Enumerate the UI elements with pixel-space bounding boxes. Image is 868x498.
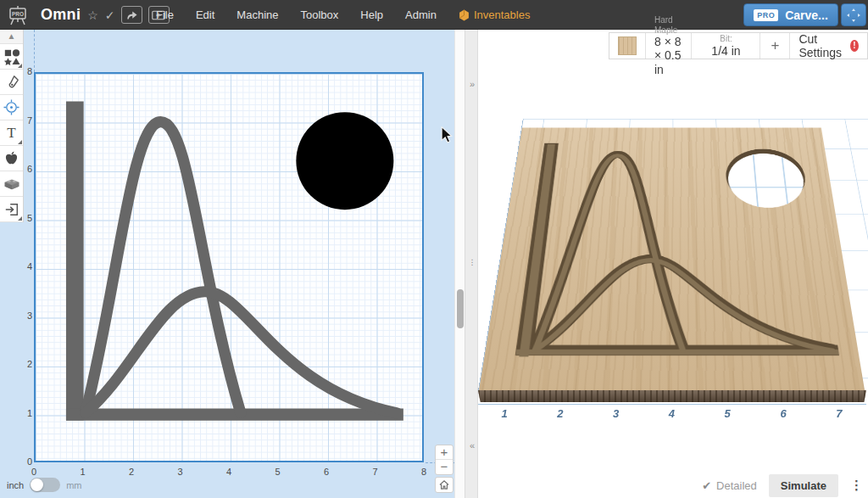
top-bar: PRO Omni ☆ ✓ FileEditMachineToolboxHelpA… bbox=[0, 0, 868, 30]
pen-nib-icon bbox=[4, 75, 19, 90]
unit-mm-label: mm bbox=[66, 480, 81, 490]
material-board bbox=[479, 127, 865, 390]
material-dimensions: 8 × 8 × 0.5 in bbox=[654, 35, 682, 76]
expand-right-button[interactable]: » bbox=[465, 79, 479, 89]
bit-value: 1/4 in bbox=[711, 44, 740, 58]
ruler-label: 0 bbox=[31, 467, 36, 477]
zoom-controls: + − bbox=[435, 445, 453, 475]
canvas-scrollbar[interactable] bbox=[454, 30, 465, 498]
ruler-label: 0 bbox=[25, 456, 32, 467]
menu-admin[interactable]: Admin bbox=[405, 8, 437, 21]
carve-button[interactable]: PRO Carve... bbox=[743, 3, 838, 26]
ruler-label: 6 bbox=[324, 467, 329, 477]
ruler-label: 5 bbox=[25, 213, 32, 223]
bed-axis-label: 6 bbox=[780, 407, 786, 420]
home-view-button[interactable] bbox=[435, 477, 453, 493]
crosshair-icon bbox=[3, 99, 19, 115]
material-swatch[interactable] bbox=[618, 36, 637, 55]
easel-pro-logo-icon[interactable]: PRO bbox=[7, 0, 29, 30]
favorite-star-icon[interactable]: ☆ bbox=[87, 8, 98, 22]
zoom-out-button[interactable]: − bbox=[436, 460, 453, 474]
canvas-scrollbar-thumb[interactable] bbox=[457, 289, 464, 328]
ruler-label: 2 bbox=[25, 359, 32, 369]
expand-left-button[interactable]: « bbox=[465, 440, 479, 450]
bed-axis-label: 4 bbox=[669, 407, 675, 420]
design-wide-curve[interactable] bbox=[86, 292, 397, 413]
bed-axis-label: 2 bbox=[557, 407, 563, 420]
svg-text:PRO: PRO bbox=[12, 10, 24, 16]
ruler-label: 5 bbox=[275, 467, 280, 477]
apple-icon bbox=[3, 150, 19, 166]
bit-section[interactable]: Bit: 1/4 in bbox=[692, 33, 760, 59]
share-button[interactable] bbox=[121, 6, 142, 24]
bed-axis-label: 5 bbox=[725, 407, 731, 420]
brick-icon bbox=[3, 176, 20, 191]
menu-help[interactable]: Help bbox=[360, 8, 383, 21]
detailed-toggle[interactable]: ✔ Detailed bbox=[702, 479, 757, 492]
menu-toolbox[interactable]: Toolbox bbox=[301, 8, 339, 21]
design-circle[interactable] bbox=[296, 112, 393, 210]
shapes-tool-button[interactable] bbox=[0, 44, 23, 70]
unit-inch-label: inch bbox=[7, 480, 24, 490]
preview-3d-scene bbox=[478, 30, 868, 498]
cut-settings-card: Hard Maple 8 × 8 × 0.5 in Bit: 1/4 in + … bbox=[609, 32, 868, 59]
ruler-label: 7 bbox=[372, 467, 377, 477]
kebab-menu-button[interactable]: ⋮ bbox=[850, 483, 863, 488]
splitter-drag-handle-icon[interactable]: ⋮ bbox=[465, 260, 479, 264]
import-icon bbox=[4, 202, 19, 217]
through-hole bbox=[721, 148, 815, 211]
jog-arrows-button[interactable] bbox=[841, 3, 866, 26]
import-tool-button[interactable] bbox=[0, 197, 23, 222]
shapes-icon bbox=[3, 48, 20, 65]
ruler-label: 6 bbox=[25, 164, 32, 174]
simulate-bar: ✔ Detailed Simulate ⋮ bbox=[702, 473, 868, 498]
menu-edit[interactable]: Edit bbox=[196, 8, 214, 21]
pen-tool-button[interactable] bbox=[0, 70, 23, 95]
cut-settings-button[interactable]: Cut Settings ! bbox=[790, 33, 867, 59]
ruler-label: 1 bbox=[25, 408, 32, 418]
bed-axis-label: 1 bbox=[501, 407, 507, 420]
material-name: Hard Maple bbox=[654, 15, 682, 35]
text-tool-button[interactable]: T bbox=[0, 120, 23, 146]
material-tool-button[interactable] bbox=[0, 171, 23, 197]
ruler-label: 1 bbox=[80, 467, 85, 477]
ruler-label: 8 bbox=[421, 467, 426, 477]
easel-app: PRO Omni ☆ ✓ FileEditMachineToolboxHelpA… bbox=[0, 0, 868, 498]
home-icon bbox=[439, 480, 449, 490]
bit-label: Bit: bbox=[720, 34, 732, 44]
collapse-toolbar-button[interactable]: ▲ bbox=[0, 30, 23, 44]
ruler-label: 3 bbox=[177, 467, 182, 477]
bed-axis-label: 3 bbox=[613, 407, 619, 420]
preview-3d-panel[interactable]: 1234567 bbox=[478, 30, 868, 498]
menu-inventables[interactable]: Inventables bbox=[459, 8, 531, 21]
design-canvas[interactable]: 876543210 012345678 inch mm + − bbox=[0, 30, 454, 498]
four-arrows-icon bbox=[846, 8, 861, 23]
unit-switch-knob[interactable] bbox=[31, 478, 43, 491]
tool-palette: ▲ T bbox=[0, 30, 24, 222]
check-icon: ✔ bbox=[702, 479, 711, 492]
unit-switch[interactable] bbox=[30, 478, 60, 492]
simulate-button[interactable]: Simulate bbox=[769, 474, 838, 497]
menu-bar: FileEditMachineToolboxHelpAdminInventabl… bbox=[156, 0, 530, 30]
menu-machine[interactable]: Machine bbox=[236, 8, 278, 21]
unit-toggle: inch mm bbox=[7, 478, 82, 492]
design-tall-curve[interactable] bbox=[86, 122, 241, 413]
ruler-label: 4 bbox=[25, 261, 32, 271]
design-artwork bbox=[34, 72, 424, 462]
material-section[interactable] bbox=[609, 33, 646, 59]
grid-edge-guide-vertical bbox=[34, 30, 35, 72]
material-info[interactable]: Hard Maple 8 × 8 × 0.5 in bbox=[646, 33, 692, 59]
text-tool-icon: T bbox=[7, 125, 15, 142]
panel-splitter[interactable]: » ⋮ « bbox=[465, 30, 478, 498]
pro-badge: PRO bbox=[754, 9, 778, 21]
project-title[interactable]: Omni bbox=[41, 6, 81, 24]
ruler-label: 7 bbox=[25, 115, 32, 126]
menu-file[interactable]: File bbox=[156, 8, 174, 21]
zoom-in-button[interactable]: + bbox=[436, 445, 453, 460]
mouse-cursor bbox=[441, 126, 453, 143]
saved-check-icon: ✓ bbox=[105, 8, 115, 22]
icon-library-button[interactable] bbox=[0, 146, 23, 171]
add-bit-button[interactable]: + bbox=[760, 33, 790, 59]
hexagon-logo-icon bbox=[459, 9, 470, 21]
drill-origin-tool-button[interactable] bbox=[0, 95, 23, 120]
